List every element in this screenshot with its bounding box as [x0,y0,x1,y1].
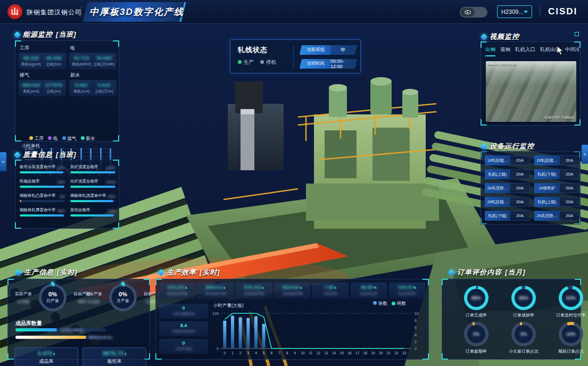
production-subtitle: [实时] [57,268,78,277]
donut-name: 日产量 [46,298,59,304]
quality-item-top: 钢板终轧厚度命中率98% [20,207,65,213]
device-label: 轧机(上辊) [485,169,510,179]
side-stat-value: 8.4 [159,323,208,328]
diamond-icon [448,269,455,276]
store-value-number: 0.476 [38,350,53,356]
energy-group: 煤气486.040单耗(m³/t)277576总耗(m³) [19,71,66,96]
gauge-actual: 实际产量0.045 [11,291,36,304]
quality-progress-fill [20,186,64,188]
quality-item-top: 板坯冷装温度命中率97% [20,164,65,170]
order-donut-label: 订单超期率 [454,348,499,354]
svg-text:22: 22 [394,351,399,355]
line-status-row-value: 甲 [330,45,356,55]
device-item: 轧机(下辊)20A [534,169,579,179]
device-value: 20A [510,155,530,165]
production-panel: 实际产量0.0450%日产量目标产量900实际产量0.3160%月产量目标产量5… [7,279,150,360]
diamond-icon [14,152,21,159]
svg-text:4: 4 [255,351,257,355]
mouse-cursor [557,46,564,57]
gauge-actual-value: 0.316 [81,299,106,304]
collapse-left-tab[interactable]: « [0,152,6,171]
store-value-unit: t [125,352,126,356]
video-tab[interactable]: 中间冷 [565,46,579,56]
quality-title-text: 质量信息 [23,150,53,160]
energy-legend-label: 新水 [86,136,95,141]
energy-subtitle: [当班] [56,30,77,39]
side-stat-value: 0 [159,340,208,346]
visibility-toggle[interactable] [460,7,487,18]
diamond-icon [14,31,21,38]
gauge-actual-label: 实际产量 [81,291,106,297]
svg-text:5: 5 [263,351,265,355]
order-donut: 3% [511,322,536,346]
line-status-legend: 生产停机 [238,59,276,66]
order-donut: 95% [511,286,536,310]
svg-text:0: 0 [217,347,219,351]
quality-item: 性能合格率99% [20,179,65,188]
quality-panel: 板坯冷装温度命中率97%装炉温度合格率100%性能合格率99%出炉温度合格率10… [15,160,119,229]
svg-text:13: 13 [324,351,328,355]
svg-text:15: 15 [340,351,344,355]
energy-group-cells: 68.226单耗(kgce/t)39.449总耗(tce) [19,53,66,69]
card-label: 当班加热节奏 [275,292,310,296]
efficiency-card: 98.86%轧机作业率 [351,282,387,298]
eye-icon [465,10,471,14]
line-status-legend-item: 生产 [238,59,254,66]
svg-text:120: 120 [212,312,219,315]
store-value-unit: t [54,352,55,356]
donut-center: 0%月产量 [109,284,137,311]
line-status-row-value: 00:00-12:00 [330,59,356,69]
card-value-unit: s [300,286,302,289]
camera-overlay-top: CAM-01 2023-09-18 [488,63,517,66]
device-label: 轧机(下辊) [485,211,510,221]
diamond-icon [481,143,487,150]
steel-id-dropdown[interactable]: H2309... [497,5,532,18]
device-value: 20A [560,155,579,165]
card-value-number: 654.611 [206,285,223,290]
energy-value: 30.683 [93,55,116,61]
hourly-legend-bars-label: 块数 [378,301,387,306]
production-gauge-set: 实际产量0.3160%月产量目标产量5,000 [81,284,164,311]
device-item: 轧机(上辊)20A [485,169,530,179]
devices-panel-title: 设备运行监控 [482,142,534,151]
video-tab[interactable]: 出钢 [485,46,495,56]
donut-center: 0%日产量 [39,284,67,311]
orders-panel: 98%订单完成率95%订单成材率93%订单及时交付率3%订单超期率3%小欠量订单… [442,279,581,360]
card-value: 7.88s [313,285,348,290]
svg-text:23: 23 [402,351,407,355]
store-box: 8876.72t板坯库 [82,347,146,366]
energy-value: 68.226 [20,55,43,61]
video-tabs: 出钢装钢轧机入口轧机出口中间冷电动热… [485,46,579,56]
order-donut-label: 订单及时交付率 [549,312,588,318]
quality-subtitle: [当班] [56,150,77,160]
company-name: 陕钢集团汉钢公司 [27,8,82,17]
side-stat-label: 小时产量(t) [159,347,208,352]
quality-item-label: 探伤合格率 [70,207,90,213]
devices-panel: 1#轧区辊…20A2#轧区辊…20A轧机(上辊)20A轧机(下辊)20A2#高压… [481,151,581,224]
card-value-number: 98.86 [361,285,373,290]
efficiency-title-text: 生产效率 [167,268,196,277]
quality-item-top: 钢板终轧凸度命中率3% [20,193,65,198]
device-label: 2#高压除… [485,183,510,193]
svg-text:19: 19 [371,351,375,355]
svg-text:6: 6 [415,326,417,329]
energy-cell: 68.226单耗(kgce/t) [20,55,43,67]
quality-progress-fill [70,200,113,202]
card-value-unit: % [413,286,416,289]
energy-cell: 6.662单耗(m³/t) [70,82,93,94]
order-donut-value: 10% [559,322,583,346]
expand-icon[interactable] [575,32,579,36]
quality-item: 装炉温度合格率100% [70,164,115,173]
store-box: 0.476t成品库 [14,347,78,366]
video-tab[interactable]: 轧机入口 [515,46,535,56]
collapse-right-tab[interactable]: » [582,145,588,164]
quality-item: 探伤合格率97% [70,207,115,217]
card-value: 100.00% [390,285,425,290]
device-label: 轧机(上辊) [534,197,560,207]
legend-dot-icon [29,136,33,140]
video-feed[interactable]: CAM-01 2023-09-18 轧钢作业区 出钢辊道 [486,61,576,122]
video-tab[interactable]: 装钢 [500,46,510,56]
hourly-legend-line: 吨数 [392,301,406,307]
device-value: 20A [510,169,530,179]
svg-text:12: 12 [317,351,321,355]
